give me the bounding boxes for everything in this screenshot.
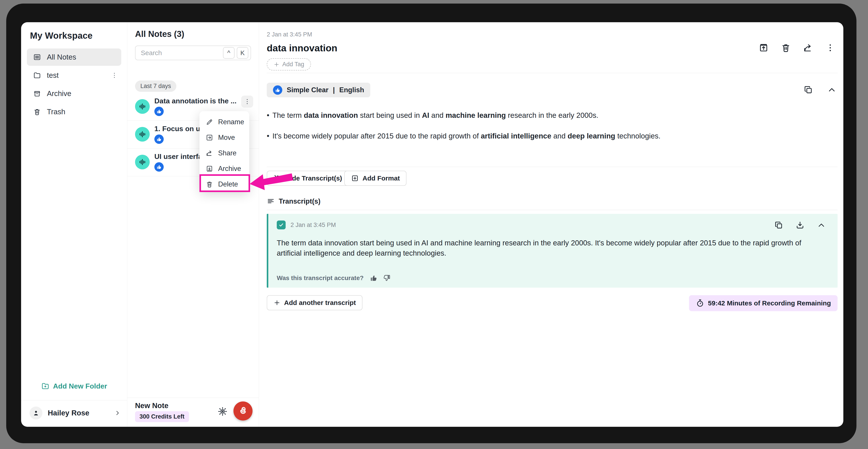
sidebar-item-all-notes[interactable]: All Notes (27, 49, 121, 66)
add-tag-label: Add Tag (282, 61, 304, 68)
thumbs-up-badge-icon (154, 107, 164, 116)
folder-plus-icon (41, 382, 50, 390)
audio-note-avatar (135, 99, 150, 114)
add-format-label: Add Format (363, 175, 400, 182)
credits-badge: 300 Credits Left (135, 411, 189, 422)
transcript-feedback: Was this transcript accurate? (277, 274, 391, 282)
plus-icon (273, 299, 281, 306)
transcript-card-actions (774, 220, 826, 230)
chevron-right-icon (114, 409, 121, 417)
move-icon (206, 134, 213, 141)
user-avatar (30, 407, 42, 419)
sidebar-nav: All Notes test Archive Trash (27, 49, 121, 121)
stopwatch-icon (695, 299, 705, 308)
sidebar-item-label: test (47, 71, 59, 80)
collapse-chevron-icon[interactable] (827, 85, 837, 95)
sidebar-item-test[interactable]: test (27, 67, 121, 84)
recording-remaining-badge: 59:42 Minutes of Recording Remaining (689, 295, 838, 311)
note-kebab-button[interactable] (241, 96, 253, 108)
waveform-icon (138, 102, 147, 111)
trash-icon (33, 108, 41, 116)
account-row[interactable]: Hailey Rose (30, 405, 121, 421)
share-icon (206, 149, 213, 157)
menu-item-label: Move (218, 133, 235, 142)
folder-kebab-icon[interactable] (111, 71, 118, 79)
add-tag-button[interactable]: Add Tag (267, 58, 311, 70)
divider (267, 210, 838, 210)
audio-note-avatar (135, 155, 150, 169)
app-window: My Workspace All Notes test Archive Tras… (21, 22, 843, 427)
transcript-timestamp: 2 Jan at 3:45 PM (290, 221, 336, 229)
shortcut-key-k: K (237, 47, 248, 59)
format-style-pill[interactable]: Simple Clear | English (267, 83, 370, 97)
menu-item-delete[interactable]: Delete (199, 177, 249, 192)
menu-item-label: Delete (218, 180, 238, 188)
sidebar-item-label: Archive (47, 89, 71, 98)
recording-remaining-label: 59:42 Minutes of Recording Remaining (708, 299, 831, 307)
style-name: Simple Clear (287, 86, 329, 94)
sidebar-item-trash[interactable]: Trash (27, 103, 121, 120)
sidebar-item-archive[interactable]: Archive (27, 85, 121, 102)
eye-off-icon (273, 174, 282, 182)
hide-transcripts-label: Hide Transcript(s) (285, 175, 342, 182)
hide-transcripts-button[interactable]: Hide Transcript(s) (267, 171, 349, 186)
note-title: Data annotation is the ... (154, 97, 239, 105)
sidebar-item-label: All Notes (47, 53, 76, 61)
summary-bullet: •The term data innovation start being us… (267, 111, 838, 120)
thumbs-down-icon[interactable] (383, 274, 391, 282)
export-icon[interactable] (758, 43, 769, 53)
person-icon (32, 409, 40, 417)
menu-item-archive[interactable]: Archive (199, 161, 249, 177)
pencil-icon (206, 118, 213, 126)
add-format-button[interactable]: Add Format (344, 171, 406, 186)
thumbs-up-badge-icon (154, 162, 164, 172)
archive-box-icon (33, 90, 41, 97)
download-icon[interactable] (795, 220, 805, 230)
thumbs-up-icon[interactable] (369, 274, 378, 282)
notes-icon (33, 53, 41, 61)
note-view-title: data innovation (267, 43, 337, 54)
menu-item-move[interactable]: Move (199, 130, 249, 145)
note-context-menu: Rename Move Share Archive Delete (199, 111, 249, 191)
feedback-prompt: Was this transcript accurate? (277, 274, 364, 281)
archive-down-icon (206, 165, 213, 173)
notes-panel-header: All Notes (3) (135, 29, 184, 39)
share-note-icon[interactable] (803, 43, 813, 53)
divider (267, 73, 838, 73)
transcripts-header-label: Transcript(s) (279, 198, 320, 205)
more-options-icon[interactable] (825, 43, 835, 53)
workspace-title: My Workspace (30, 31, 93, 41)
waveform-icon (138, 130, 147, 139)
settings-gear-icon[interactable] (217, 406, 228, 417)
note-toolbar (758, 43, 835, 53)
delete-note-icon[interactable] (781, 43, 791, 53)
new-note-label: New Note (135, 401, 168, 410)
microphone-icon (236, 404, 250, 418)
record-note-button[interactable] (234, 401, 252, 421)
format-style-row: Simple Clear | English (267, 83, 838, 97)
copy-icon[interactable] (803, 85, 813, 95)
date-group-label: Last 7 days (135, 81, 176, 92)
add-another-transcript-label: Add another transcript (284, 299, 356, 306)
copy-icon[interactable] (774, 220, 783, 230)
shortcut-key-ctrl: ^ (223, 47, 235, 59)
format-section-actions (803, 85, 837, 95)
style-separator: | (333, 86, 335, 94)
add-new-folder-label: Add New Folder (53, 382, 107, 390)
collapse-chevron-icon[interactable] (817, 220, 826, 230)
note-detail-panel: 2 Jan at 3:45 PM data innovation Add Tag… (259, 22, 843, 427)
transcript-card-header: 2 Jan at 3:45 PM (277, 220, 336, 230)
transcript-text: The term data innovation start being use… (277, 238, 820, 258)
search-input[interactable]: Search ^ K (135, 46, 251, 60)
thumbs-up-badge-icon (154, 134, 164, 144)
add-another-transcript-button[interactable]: Add another transcript (267, 295, 363, 310)
add-new-folder-button[interactable]: Add New Folder (21, 382, 127, 390)
workspace-sidebar: My Workspace All Notes test Archive Tras… (21, 22, 127, 427)
menu-item-rename[interactable]: Rename (199, 114, 249, 130)
plus-square-icon (351, 174, 359, 182)
note-timestamp: 2 Jan at 3:45 PM (267, 31, 312, 38)
transcript-checkbox[interactable] (277, 220, 286, 230)
menu-item-label: Rename (218, 118, 244, 126)
user-name: Hailey Rose (48, 409, 108, 417)
menu-item-share[interactable]: Share (199, 145, 249, 161)
